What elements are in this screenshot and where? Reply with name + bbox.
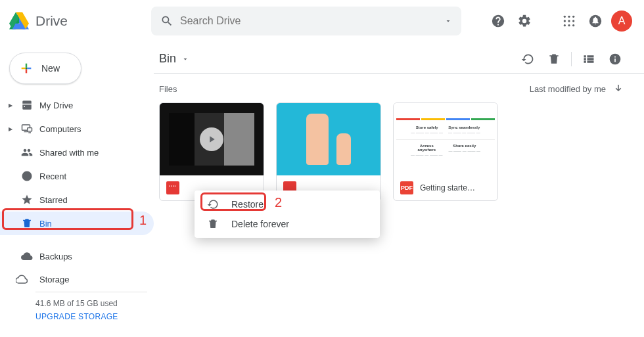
restore-icon [206,198,219,210]
sidebar-item-computers[interactable]: ▶ Computers [0,117,154,141]
divider [35,292,147,292]
svg-point-7 [568,20,570,22]
arrow-down-icon [612,83,624,95]
context-menu-delete-forever[interactable]: Delete forever [195,214,380,234]
notifications-button[interactable] [582,8,609,34]
details-button[interactable] [602,46,628,72]
apps-button[interactable] [556,8,582,34]
context-item-label: Delete forever [231,219,289,229]
play-icon [200,127,223,151]
search-input[interactable] [180,15,438,27]
label: Computers [39,124,81,134]
chevron-down-icon [181,55,189,63]
label: Recent [39,171,66,181]
file-card[interactable] [276,102,381,201]
search-options-dropdown-icon[interactable] [444,17,452,25]
new-button[interactable]: New [9,53,81,84]
drive-logo-icon [9,11,29,31]
storage-label: Storage [39,275,70,284]
thumbnail [277,103,380,175]
view-toggle-button[interactable] [576,46,602,72]
sort-control[interactable]: Last modified by me [530,83,624,95]
context-menu-restore[interactable]: Restore [195,194,380,214]
file-card[interactable] [159,102,264,201]
files-heading: Files [159,84,177,94]
svg-point-8 [572,20,574,22]
trash-icon [206,218,219,230]
toolbar: Bin [154,42,644,74]
svg-point-10 [568,24,570,26]
star-icon [14,194,39,206]
thumbnail [160,103,264,175]
label: Backups [39,252,72,261]
location-breadcrumb[interactable]: Bin [159,52,189,66]
sidebar: New ▶ My Drive ▶ Computers Shared with m… [0,42,154,337]
drive-icon [14,99,39,111]
clock-icon [14,170,39,182]
sidebar-item-recent[interactable]: Recent [0,164,154,188]
label: Bin [39,219,52,229]
sidebar-item-bin[interactable]: Bin [0,212,154,235]
svg-rect-19 [173,186,173,187]
help-button[interactable] [485,8,511,34]
nav-list: ▶ My Drive ▶ Computers Shared with me Re… [0,93,154,268]
svg-rect-17 [169,186,170,187]
delete-toolbar-button[interactable] [541,46,567,72]
sidebar-item-starred[interactable]: Starred [0,188,154,212]
new-button-label: New [41,63,60,74]
file-card[interactable]: Store safely— —— — —— —Sync seamlessly— … [393,102,498,201]
annotation-number-1: 1 [139,213,147,228]
file-footer: PDF Getting starte… [394,175,497,200]
avatar: A [611,11,632,32]
product-name: Drive [35,13,68,29]
svg-rect-18 [171,186,172,187]
label: My Drive [39,101,73,110]
storage-used: 41.6 MB of 15 GB used [35,299,154,308]
header-actions: A [467,8,635,34]
location-title: Bin [159,52,176,66]
svg-point-4 [568,16,570,18]
label: Shared with me [39,148,99,158]
search-icon [160,14,173,28]
svg-rect-13 [26,68,27,69]
logo-area: Drive [9,11,151,31]
search-box[interactable] [151,7,461,35]
svg-rect-15 [28,128,32,131]
file-name: Getting starte… [420,183,475,192]
thumbnail: Store safely— —— — —— —Sync seamlessly— … [394,103,497,175]
label: Starred [39,195,68,205]
section-header: Files Last modified by me [154,74,644,99]
toolbar-actions [515,46,628,72]
svg-rect-20 [175,186,175,187]
expand-icon[interactable]: ▶ [7,126,14,132]
cloud-icon [14,250,39,262]
trash-icon [14,217,39,229]
files-grid: Store safely— —— — —— —Sync seamlessly— … [154,99,644,205]
upgrade-storage-link[interactable]: UPGRADE STORAGE [35,312,118,321]
svg-point-6 [564,20,566,22]
divider [571,52,572,66]
settings-button[interactable] [511,8,538,34]
sidebar-item-my-drive[interactable]: ▶ My Drive [0,93,154,117]
svg-point-9 [564,24,566,26]
app-header: Drive A [0,0,644,42]
content-area: Bin Files Last modified by me [154,42,644,337]
svg-point-11 [572,24,574,26]
annotation-number-2: 2 [275,195,282,210]
main: New ▶ My Drive ▶ Computers Shared with m… [0,42,644,337]
pdf-badge-icon: PDF [400,181,413,194]
people-icon [14,146,39,158]
cloud-outline-icon [16,273,28,285]
context-menu: Restore Delete forever [195,191,380,238]
expand-icon[interactable]: ▶ [7,102,14,108]
sidebar-item-shared[interactable]: Shared with me [0,141,154,164]
sort-label: Last modified by me [530,84,606,94]
svg-point-5 [572,16,574,18]
storage-header[interactable]: Storage [16,273,154,285]
video-badge-icon [166,181,179,194]
storage-section: Storage 41.6 MB of 15 GB used UPGRADE ST… [0,268,154,321]
sidebar-item-backups[interactable]: Backups [0,244,154,268]
svg-point-3 [564,16,566,18]
account-button[interactable]: A [609,8,635,34]
restore-toolbar-button[interactable] [515,46,541,72]
